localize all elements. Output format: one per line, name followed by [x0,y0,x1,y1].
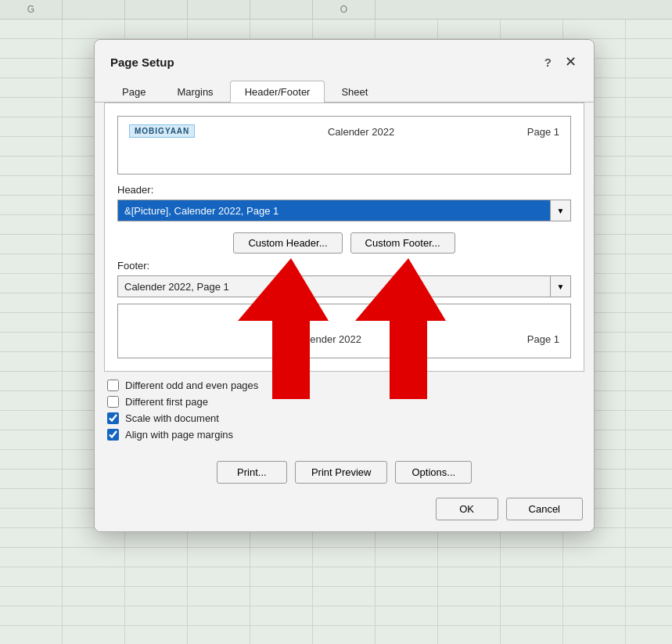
checkbox-scale-label[interactable]: Scale with document [125,412,219,424]
final-buttons-row: OK Cancel [95,491,594,531]
tab-header-footer[interactable]: Header/Footer [230,81,325,103]
checkbox-first-page-label[interactable]: Different first page [125,396,208,408]
ok-button[interactable]: OK [436,498,498,520]
checkbox-odd-even[interactable] [107,380,119,391]
footer-dropdown-selected[interactable]: Calender 2022, Page 1 [117,275,551,297]
checkbox-scale[interactable] [107,412,119,424]
bottom-buttons-row: Print... Print Preview Options... [95,452,594,491]
header-right-text: Page 1 [527,124,559,138]
checkbox-row-first-page: Different first page [107,396,581,408]
custom-footer-button[interactable]: Custom Footer... [350,232,455,254]
header-logo: MOBIGYAAN [129,124,195,138]
header-preview-inner: MOBIGYAAN Calender 2022 Page 1 [118,117,570,164]
print-preview-button[interactable]: Print Preview [295,461,388,484]
checkbox-align[interactable] [107,429,119,441]
footer-right-text: Page 1 [527,333,559,345]
header-dropdown-arrow[interactable]: ▼ [551,200,571,221]
tab-page[interactable]: Page [107,81,160,103]
footer-center-text: Calender 2022 [129,333,527,345]
custom-buttons-row: Custom Header... Custom Footer... [117,232,571,254]
options-button[interactable]: Options... [395,461,472,484]
header-dropdown-wrapper: &[Picture], Calender 2022, Page 1 ▼ [117,200,571,221]
footer-dropdown-arrow[interactable]: ▼ [551,275,571,297]
checkbox-row-scale: Scale with document [107,412,581,424]
header-dropdown-selected[interactable]: &[Picture], Calender 2022, Page 1 [117,200,551,221]
footer-preview-inner: Calender 2022 Page 1 [118,304,570,351]
print-button[interactable]: Print... [217,461,287,484]
tab-bar: Page Margins Header/Footer Sheet [95,81,594,103]
checkbox-first-page[interactable] [107,396,119,408]
checkbox-row-align: Align with page margins [107,429,581,441]
title-controls: ? ✕ [544,51,581,73]
close-button[interactable]: ✕ [559,51,581,73]
footer-label: Footer: [117,260,571,272]
custom-header-button[interactable]: Custom Header... [233,232,342,254]
checkbox-row-odd-even: Different odd and even pages [107,380,581,391]
checkbox-odd-even-label[interactable]: Different odd and even pages [125,380,258,391]
tab-sheet[interactable]: Sheet [326,81,383,103]
cancel-button[interactable]: Cancel [506,498,583,520]
header-center-text: Calender 2022 [195,124,526,138]
dialog-body: MOBIGYAAN Calender 2022 Page 1 Header: &… [104,103,584,372]
footer-dropdown-wrapper: Calender 2022, Page 1 ▼ [117,275,571,297]
footer-preview-box: Calender 2022 Page 1 [117,304,571,358]
help-button[interactable]: ? [544,56,552,69]
header-preview-box: MOBIGYAAN Calender 2022 Page 1 [117,116,571,174]
checkbox-align-label[interactable]: Align with page margins [125,429,233,441]
dialog-titlebar: Page Setup ? ✕ [95,40,594,81]
dialog-title: Page Setup [110,56,174,69]
tab-margins[interactable]: Margins [162,81,228,103]
page-setup-dialog: Page Setup ? ✕ Page Margins Header/Foote… [94,39,595,532]
header-label: Header: [117,184,571,196]
checkbox-section: Different odd and even pages Different f… [95,372,594,452]
